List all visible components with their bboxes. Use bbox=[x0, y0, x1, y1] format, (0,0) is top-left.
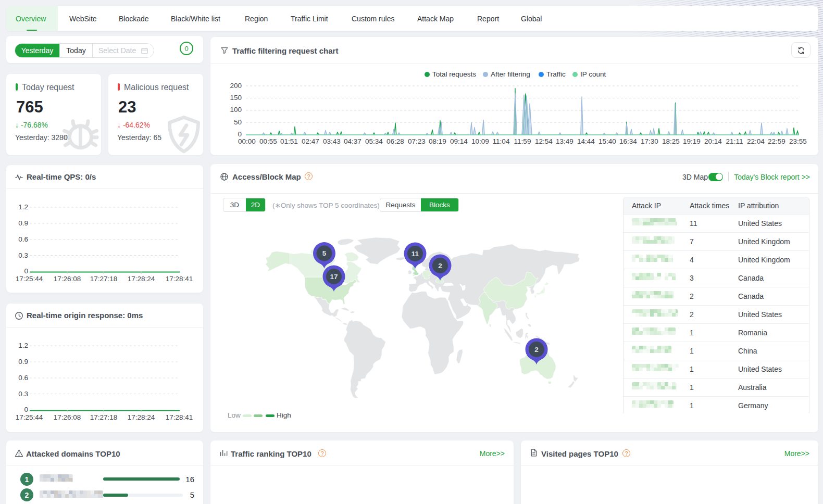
svg-text:11: 11 bbox=[412, 250, 419, 258]
svg-text:2: 2 bbox=[438, 262, 442, 270]
svg-text:5: 5 bbox=[322, 249, 327, 257]
svg-text:2: 2 bbox=[534, 346, 539, 354]
svg-text:17: 17 bbox=[330, 273, 338, 281]
